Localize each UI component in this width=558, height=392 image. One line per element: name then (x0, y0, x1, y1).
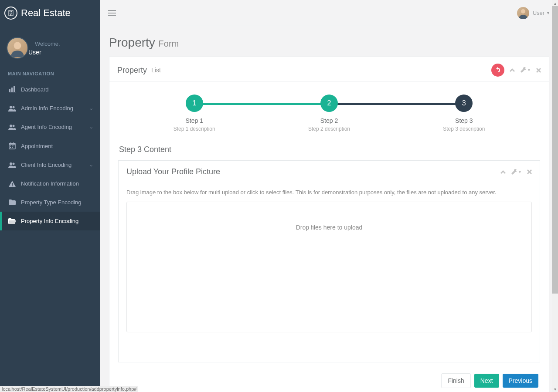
user-panel: Welcome, User (0, 26, 100, 63)
calendar-icon (8, 142, 17, 149)
step-desc: Step 3 description (397, 126, 531, 132)
panel-header: Property List ▼ (109, 57, 549, 81)
step-desc: Step 2 description (262, 126, 396, 132)
scroll-thumb[interactable] (552, 6, 558, 294)
svg-rect-10 (9, 92, 16, 92)
panel-tools: ▼ (491, 64, 541, 77)
svg-rect-9 (14, 86, 15, 92)
sidebar-item-label: Appointment (21, 143, 53, 149)
sidebar-item-label: Notification Information (21, 180, 79, 187)
sidebar-item-label: Property Type Encoding (21, 199, 82, 206)
svg-rect-4 (11, 13, 12, 14)
svg-rect-7 (9, 89, 10, 92)
user-menu[interactable]: User ▼ (517, 7, 550, 19)
svg-point-11 (10, 106, 12, 108)
svg-rect-3 (10, 13, 10, 14)
close-icon[interactable] (527, 169, 532, 174)
svg-rect-20 (12, 145, 13, 146)
svg-rect-5 (10, 14, 11, 16)
file-dropzone[interactable]: Drop files here to upload (126, 202, 532, 332)
step-title: Step 1 (127, 117, 262, 124)
upload-panel: Upload Your Profile Picture ▼ Drag image… (118, 160, 540, 362)
svg-point-12 (13, 106, 15, 108)
svg-point-24 (10, 162, 12, 165)
user-name: User (28, 49, 60, 56)
scroll-up-icon[interactable]: ▴ (552, 0, 558, 6)
svg-point-6 (14, 42, 21, 49)
avatar (7, 37, 28, 59)
chevron-down-icon: ⌵ (90, 162, 92, 167)
content: Property Form Property List ▼ (100, 26, 558, 392)
user-label: User (533, 10, 544, 16)
hamburger-icon[interactable] (108, 10, 116, 16)
sidebar-item-admin[interactable]: Admin Info Encoding ⌵ (0, 99, 100, 118)
close-icon[interactable] (536, 68, 541, 73)
wrench-icon[interactable]: ▼ (511, 169, 522, 175)
chevron-down-icon: ⌵ (90, 125, 92, 129)
svg-rect-1 (10, 11, 10, 12)
svg-rect-29 (108, 13, 116, 14)
panel-body: 1 Step 1 Step 1 description 2 Step 2 Ste… (109, 81, 549, 392)
svg-point-13 (10, 125, 12, 127)
main: User ▼ Property Form Property List ▼ (100, 0, 558, 392)
sidebar: Real Estate Welcome, User MAIN NAVIGATIO… (0, 0, 100, 392)
step-2[interactable]: 2 Step 2 Step 2 description (262, 95, 396, 132)
page-subtitle: Form (159, 39, 179, 48)
wizard-buttons: Finish Next Previous (118, 373, 540, 388)
sidebar-item-label: Admin Info Encoding (21, 105, 73, 112)
scroll-down-icon[interactable]: ▾ (552, 386, 558, 392)
nav-header: MAIN NAVIGATION (0, 63, 100, 80)
sidebar-item-client[interactable]: Client Info Encoding ⌵ (0, 155, 100, 174)
dropzone-text: Drop files here to upload (296, 224, 363, 231)
svg-point-31 (521, 9, 525, 14)
svg-rect-28 (108, 10, 116, 11)
folder-open-icon (8, 218, 17, 224)
brand-title: Real Estate (21, 7, 71, 19)
step-title: Step 2 (262, 117, 396, 124)
svg-rect-27 (12, 185, 13, 186)
scrollbar[interactable]: ▴ ▾ (552, 0, 558, 392)
users-icon (8, 162, 17, 168)
svg-rect-18 (14, 142, 14, 144)
panel-list-link[interactable]: List (151, 67, 161, 74)
users-icon (8, 105, 17, 112)
step-content-title: Step 3 Content (118, 145, 540, 154)
upload-tools: ▼ (500, 169, 532, 175)
next-button[interactable]: Next (474, 374, 499, 388)
chevron-up-icon[interactable] (500, 170, 506, 174)
sidebar-item-property-info[interactable]: Property Info Encoding (0, 212, 100, 230)
step-3[interactable]: 3 Step 3 Step 3 description (397, 95, 531, 132)
chevron-up-icon[interactable] (510, 68, 515, 72)
previous-button[interactable]: Previous (503, 374, 538, 388)
sidebar-item-property-type[interactable]: Property Type Encoding (0, 193, 100, 212)
panel-property: Property List ▼ 1 Step 1 (109, 57, 549, 392)
finish-button[interactable]: Finish (441, 373, 470, 388)
back-button[interactable] (491, 64, 504, 77)
svg-point-14 (13, 125, 15, 127)
svg-rect-21 (14, 145, 14, 146)
sidebar-item-notification[interactable]: Notification Information (0, 174, 100, 193)
brand: Real Estate (0, 0, 100, 26)
page-title: Property Form (109, 36, 549, 50)
svg-point-25 (13, 162, 15, 165)
wizard-steps: 1 Step 1 Step 1 description 2 Step 2 Ste… (127, 95, 531, 132)
step-circle: 1 (186, 95, 203, 112)
wrench-icon[interactable]: ▼ (520, 67, 531, 73)
step-1[interactable]: 1 Step 1 Step 1 description (127, 95, 262, 132)
warning-icon (8, 181, 17, 187)
svg-rect-23 (12, 147, 13, 148)
sidebar-item-appointment[interactable]: Appointment (0, 136, 100, 155)
caret-down-icon: ▼ (546, 11, 550, 15)
sidebar-item-label: Agent Info Encoding (21, 124, 72, 130)
step-desc: Step 1 description (127, 126, 262, 132)
upload-body: Drag image to the box below for multi up… (119, 181, 540, 340)
folder-icon (8, 199, 17, 205)
svg-rect-26 (12, 183, 13, 185)
bar-chart-icon (8, 86, 17, 93)
sidebar-item-label: Dashboard (21, 86, 49, 93)
topbar: User ▼ (100, 0, 558, 26)
status-bar: localhost/RealEstateSystemUI/production/… (0, 386, 138, 392)
svg-rect-17 (10, 142, 11, 144)
sidebar-item-dashboard[interactable]: Dashboard (0, 80, 100, 99)
sidebar-item-agent[interactable]: Agent Info Encoding ⌵ (0, 118, 100, 136)
